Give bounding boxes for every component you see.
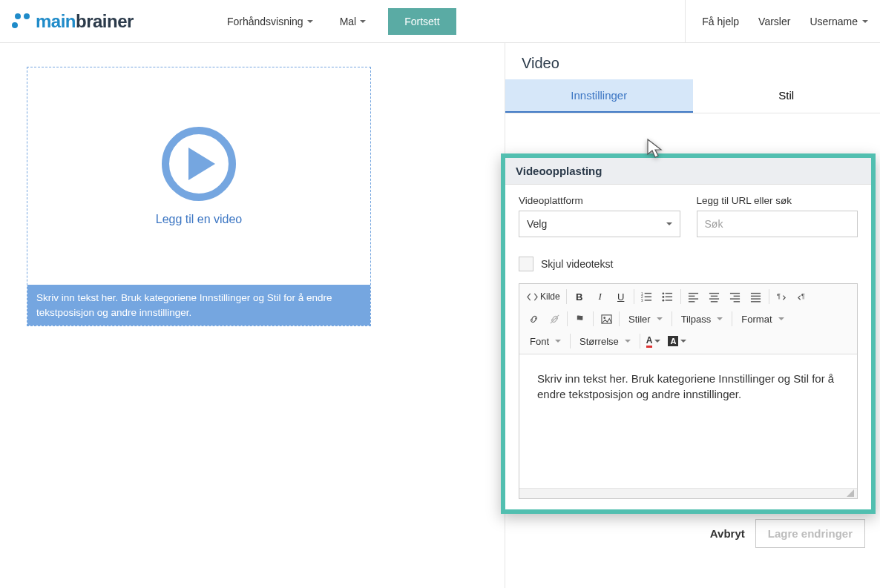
link-button[interactable] bbox=[524, 309, 543, 328]
numbered-list-button[interactable]: 123 bbox=[637, 287, 657, 306]
svg-rect-12 bbox=[689, 292, 698, 293]
panel-heading: Videoopplasting bbox=[505, 158, 871, 185]
nav-template-label: Mal bbox=[340, 16, 357, 27]
svg-rect-1 bbox=[645, 292, 651, 293]
source-button[interactable]: Kilde bbox=[524, 287, 563, 306]
svg-rect-3 bbox=[645, 296, 651, 297]
styles-dropdown[interactable]: Stiler bbox=[623, 309, 669, 328]
username-label: Username bbox=[810, 16, 858, 27]
svg-rect-16 bbox=[709, 292, 719, 293]
image-icon bbox=[601, 314, 612, 325]
nav-preview[interactable]: Forhåndsvisning bbox=[223, 10, 318, 33]
settings-panel: Videoopplasting Videoplattform Velg Legg… bbox=[501, 153, 876, 514]
svg-rect-17 bbox=[711, 295, 718, 296]
resize-handle[interactable] bbox=[519, 488, 857, 498]
svg-rect-20 bbox=[730, 292, 740, 293]
svg-rect-18 bbox=[709, 298, 719, 299]
rich-text-editor: Kilde B I U 123 bbox=[519, 283, 858, 499]
svg-rect-26 bbox=[751, 298, 761, 299]
video-caption: Skriv inn tekst her. Bruk kategoriene In… bbox=[27, 285, 370, 326]
svg-rect-11 bbox=[666, 300, 672, 300]
svg-point-8 bbox=[663, 296, 665, 298]
text-ltr-icon: ¶ bbox=[776, 291, 787, 303]
svg-rect-21 bbox=[734, 295, 740, 296]
svg-point-10 bbox=[663, 299, 665, 301]
underline-button[interactable]: U bbox=[611, 287, 631, 306]
bullet-list-button[interactable] bbox=[658, 287, 677, 306]
help-link[interactable]: Få hjelp bbox=[702, 16, 739, 27]
platform-label: Videoplattform bbox=[519, 195, 680, 206]
platform-select[interactable]: Velg bbox=[519, 211, 680, 237]
svg-rect-9 bbox=[666, 296, 672, 297]
chevron-down-icon bbox=[862, 20, 868, 23]
user-menu[interactable]: Username bbox=[810, 16, 868, 27]
sidebar-title: Video bbox=[505, 43, 880, 79]
sidebar: Video Innstillinger Stil Videoopplasting… bbox=[505, 43, 880, 588]
align-justify-button[interactable] bbox=[746, 287, 766, 306]
size-dropdown[interactable]: Størrelse bbox=[574, 331, 637, 351]
bg-color-button[interactable]: A bbox=[665, 331, 689, 351]
italic-button[interactable]: I bbox=[591, 287, 610, 306]
align-left-icon bbox=[688, 291, 699, 303]
save-button[interactable]: Lagre endringer bbox=[755, 519, 865, 548]
svg-rect-19 bbox=[711, 301, 718, 302]
svg-rect-24 bbox=[751, 292, 761, 293]
rte-content[interactable]: Skriv inn tekst her. Bruk kategoriene In… bbox=[519, 354, 857, 488]
align-right-icon bbox=[729, 291, 741, 303]
font-dropdown[interactable]: Font bbox=[524, 331, 567, 351]
format-dropdown[interactable]: Format bbox=[735, 309, 789, 328]
cursor-indicator-icon bbox=[646, 138, 667, 160]
svg-text:¶: ¶ bbox=[777, 292, 781, 300]
ordered-list-icon: 123 bbox=[641, 291, 652, 303]
bold-button[interactable]: B bbox=[570, 287, 589, 306]
align-right-button[interactable] bbox=[726, 287, 745, 306]
align-center-icon bbox=[709, 291, 720, 303]
video-widget[interactable]: Legg til en video Skriv inn tekst her. B… bbox=[27, 67, 371, 326]
anchor-button[interactable] bbox=[571, 309, 590, 328]
nav-preview-label: Forhåndsvisning bbox=[227, 16, 303, 27]
svg-rect-5 bbox=[645, 300, 651, 300]
svg-text:3: 3 bbox=[641, 299, 643, 303]
header-right: Få hjelp Varsler Username bbox=[685, 0, 868, 42]
alerts-link[interactable]: Varsler bbox=[758, 16, 790, 27]
text-color-button[interactable]: A bbox=[643, 331, 664, 351]
flag-icon bbox=[575, 314, 586, 325]
svg-rect-25 bbox=[751, 295, 761, 296]
rte-toolbar: Kilde B I U 123 bbox=[519, 284, 857, 354]
editor-canvas: Legg til en video Skriv inn tekst her. B… bbox=[0, 43, 505, 588]
add-video-label: Legg til en video bbox=[156, 213, 243, 226]
align-dropdown[interactable]: Tilpass bbox=[675, 309, 729, 328]
cancel-button[interactable]: Avbryt bbox=[710, 519, 745, 548]
url-input[interactable] bbox=[697, 211, 858, 237]
align-left-button[interactable] bbox=[684, 287, 703, 306]
chevron-down-icon bbox=[307, 20, 313, 23]
svg-rect-7 bbox=[666, 292, 672, 293]
hide-text-checkbox[interactable] bbox=[519, 257, 533, 271]
tab-style[interactable]: Stil bbox=[693, 79, 881, 113]
unlink-icon bbox=[549, 314, 560, 325]
svg-rect-27 bbox=[751, 301, 761, 302]
continue-button[interactable]: Fortsett bbox=[388, 8, 456, 35]
logo-text: mainbrainer bbox=[36, 11, 134, 32]
video-preview: Legg til en video bbox=[27, 67, 370, 285]
text-rtl-icon: ¶ bbox=[797, 291, 808, 303]
nav-template[interactable]: Mal bbox=[335, 10, 371, 33]
align-center-button[interactable] bbox=[705, 287, 724, 306]
url-label: Legg til URL eller søk bbox=[697, 195, 858, 206]
link-icon bbox=[528, 314, 539, 325]
unlink-button[interactable] bbox=[545, 309, 564, 328]
panel-footer: Avbryt Lagre endringer bbox=[710, 519, 865, 548]
image-button[interactable] bbox=[597, 309, 616, 328]
svg-rect-23 bbox=[734, 301, 740, 302]
rtl-button[interactable]: ¶ bbox=[793, 287, 812, 306]
tab-settings[interactable]: Innstillinger bbox=[505, 79, 693, 113]
unordered-list-icon bbox=[662, 291, 673, 303]
align-justify-icon bbox=[750, 291, 761, 303]
logo: mainbrainer bbox=[12, 11, 134, 32]
ltr-button[interactable]: ¶ bbox=[772, 287, 792, 306]
logo-icon bbox=[12, 12, 31, 31]
chevron-down-icon bbox=[666, 222, 672, 225]
sidebar-tabs: Innstillinger Stil bbox=[505, 79, 880, 113]
code-icon bbox=[527, 291, 538, 303]
svg-rect-13 bbox=[689, 295, 695, 296]
